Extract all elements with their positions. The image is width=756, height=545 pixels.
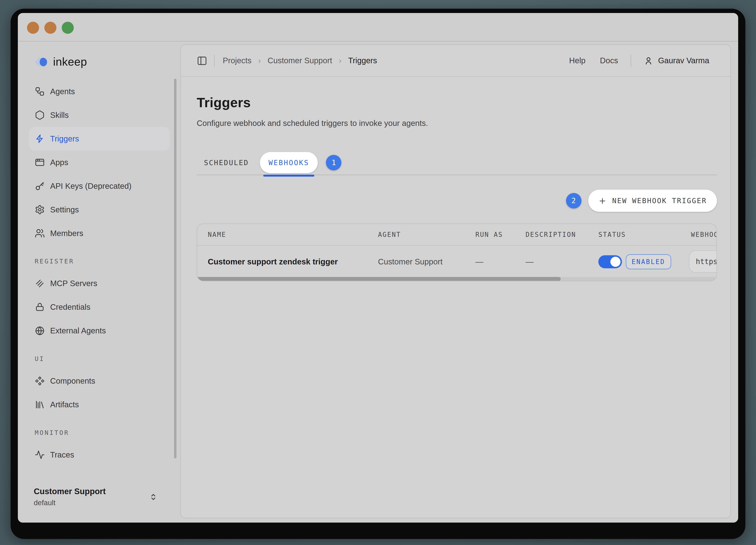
status-toggle-knob [610,256,620,266]
sidebar-nav-register: MCP Servers Credentials [29,272,170,343]
sidebar-item-label: Credentials [50,303,90,312]
annotation-badge-2: 2 [566,193,581,208]
sidebar-item-traces[interactable]: Traces [29,443,170,467]
gear-icon [35,204,45,214]
sidebar-item-settings[interactable]: Settings [29,198,170,221]
sidebar-item-label: Components [50,376,95,386]
sidebar-item-members[interactable]: Members [29,221,170,245]
breadcrumb-triggers: Triggers [348,56,377,65]
sidebar-item-label: Artifacts [50,400,79,409]
sidebar-section-monitor: MONITOR [35,429,180,439]
triggers-table-card: NAME AGENT RUN AS DESCRIPTION STATUS WEB… [197,223,717,282]
sidebar-section-ui: UI [35,355,180,365]
action-row: 2 NEW WEBHOOK TRIGGER [197,189,717,212]
close-window-button[interactable] [27,22,39,34]
zap-icon [35,134,45,144]
trigger-webhook-cell: https [691,246,716,278]
users-icon [35,228,45,238]
main-panel: Projects › Customer Support › Triggers H… [180,44,731,518]
hexagon-icon [35,110,45,120]
header-actions: Help Docs Gaurav Varma [569,54,709,67]
column-header-status: STATUS [598,231,691,238]
sidebar-item-api-keys[interactable]: API Keys (Deprecated) [29,174,170,198]
activity-icon [35,450,45,460]
annotation-badge-1: 1 [326,155,341,170]
sidebar-item-credentials[interactable]: Credentials [29,296,170,319]
sidebar-item-skills[interactable]: Skills [29,103,170,127]
window-controls [27,22,74,34]
user-icon [644,56,653,65]
zoom-window-button[interactable] [62,22,74,34]
new-webhook-trigger-label: NEW WEBHOOK TRIGGER [612,197,707,204]
sidebar-scrollbar[interactable] [174,79,176,458]
sidebar-item-artifacts[interactable]: Artifacts [29,393,170,416]
sidebar: inkeep Agents [18,42,180,523]
trigger-status-cell: ENABLED [598,254,691,269]
workflow-icon [35,86,45,96]
titlebar [18,13,738,41]
key-icon [35,181,45,191]
minimize-window-button[interactable] [44,22,56,34]
status-toggle[interactable] [598,255,622,268]
inkeep-logo-text: inkeep [53,56,87,69]
docs-link[interactable]: Docs [600,56,618,65]
plus-icon [598,197,607,205]
sidebar-section-register: REGISTER [35,258,180,267]
breadcrumb-separator: › [258,56,261,65]
column-header-description: DESCRIPTION [525,231,598,238]
mcp-icon [35,279,45,289]
app-window-icon [35,157,45,167]
breadcrumb: Projects › Customer Support › Triggers [223,56,377,65]
sidebar-item-label: MCP Servers [50,279,97,288]
page-subtitle: Configure webhook and scheduled triggers… [197,119,717,128]
sidebar-item-apps[interactable]: Apps [29,150,170,174]
sidebar-nav-monitor: Traces [29,443,170,467]
sidebar-item-label: API Keys (Deprecated) [50,181,132,191]
breadcrumb-customer-support[interactable]: Customer Support [268,56,332,65]
trigger-description-cell: — [525,257,598,266]
column-header-run-as: RUN AS [475,231,526,238]
components-icon [35,376,45,386]
chevrons-up-down-icon [149,493,157,501]
sidebar-item-label: Triggers [50,134,79,143]
table-row[interactable]: Customer support zendesk trigger Custome… [197,246,717,278]
sidebar-item-label: Skills [50,110,69,120]
active-tab-underline [263,175,314,177]
table-horizontal-scrollbar-track [197,277,717,281]
sidebar-nav-ui: Components Artifacts [29,369,170,416]
library-icon [35,400,45,410]
user-menu[interactable]: Gaurav Varma [644,56,709,65]
header-divider [214,54,214,67]
sidebar-item-agents[interactable]: Agents [29,80,170,103]
sidebar-item-label: Settings [50,205,79,214]
screenshot-stage: inkeep Agents [0,0,756,545]
trigger-run-as-cell: — [475,257,526,266]
sidebar-item-label: Members [50,229,83,238]
user-name: Gaurav Varma [658,56,709,65]
sidebar-item-mcp-servers[interactable]: MCP Servers [29,272,170,296]
tab-webhooks[interactable]: WEBHOOKS [260,152,318,173]
sidebar-item-triggers[interactable]: Triggers [29,127,170,150]
trigger-agent-cell: Customer Support [378,257,475,266]
help-link[interactable]: Help [569,56,586,65]
sidebar-item-components[interactable]: Components [29,369,170,393]
tab-scheduled[interactable]: SCHEDULED [197,159,256,166]
inkeep-logo[interactable]: inkeep [34,55,180,70]
new-webhook-trigger-button[interactable]: NEW WEBHOOK TRIGGER [588,189,717,212]
page-content: Triggers Configure webhook and scheduled… [181,77,730,518]
lock-icon [35,302,45,312]
sidebar-item-label: Apps [50,158,68,167]
table-horizontal-scrollbar-thumb[interactable] [197,277,561,281]
app-window: inkeep Agents [18,13,738,523]
project-switcher[interactable]: Customer Support default [34,487,171,507]
sidebar-toggle-icon[interactable] [197,55,207,66]
globe-icon [35,326,45,336]
webhook-url-box[interactable]: https [689,250,717,273]
column-header-name: NAME [208,231,378,238]
sidebar-item-external-agents[interactable]: External Agents [29,319,170,343]
sidebar-item-label: Agents [50,87,75,96]
column-header-agent: AGENT [378,231,475,238]
breadcrumb-separator: › [339,56,341,65]
page-header: Projects › Customer Support › Triggers H… [181,45,730,77]
breadcrumb-projects[interactable]: Projects [223,56,251,65]
